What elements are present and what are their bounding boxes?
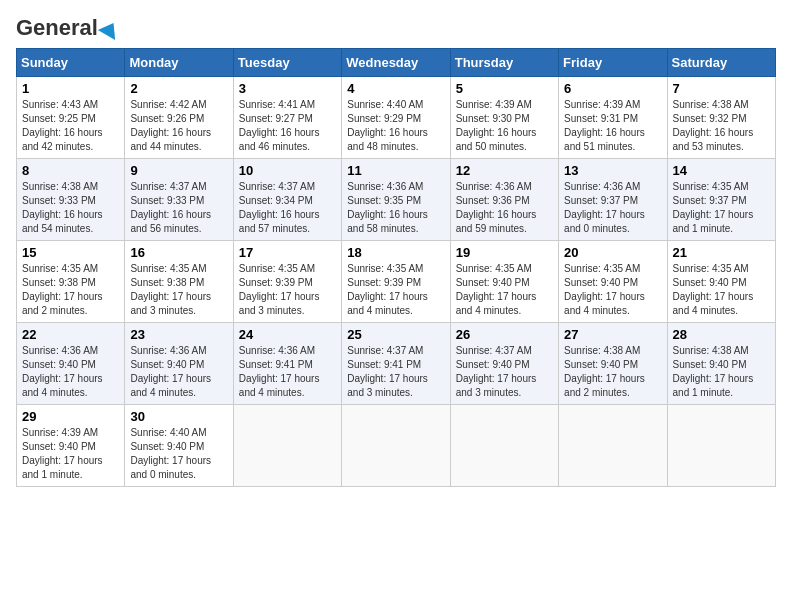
day-number: 24	[239, 327, 336, 342]
day-info: Sunrise: 4:35 AMSunset: 9:39 PMDaylight:…	[239, 262, 336, 318]
day-number: 7	[673, 81, 770, 96]
day-number: 2	[130, 81, 227, 96]
day-number: 28	[673, 327, 770, 342]
header-tuesday: Tuesday	[233, 49, 341, 77]
header-wednesday: Wednesday	[342, 49, 450, 77]
day-info: Sunrise: 4:35 AMSunset: 9:40 PMDaylight:…	[564, 262, 661, 318]
calendar-week-5: 29Sunrise: 4:39 AMSunset: 9:40 PMDayligh…	[17, 405, 776, 487]
day-number: 5	[456, 81, 553, 96]
calendar-day-26: 26Sunrise: 4:37 AMSunset: 9:40 PMDayligh…	[450, 323, 558, 405]
day-info: Sunrise: 4:35 AMSunset: 9:40 PMDaylight:…	[456, 262, 553, 318]
calendar-day-3: 3Sunrise: 4:41 AMSunset: 9:27 PMDaylight…	[233, 77, 341, 159]
day-info: Sunrise: 4:36 AMSunset: 9:41 PMDaylight:…	[239, 344, 336, 400]
calendar-day-8: 8Sunrise: 4:38 AMSunset: 9:33 PMDaylight…	[17, 159, 125, 241]
empty-cell	[450, 405, 558, 487]
day-number: 23	[130, 327, 227, 342]
day-info: Sunrise: 4:36 AMSunset: 9:36 PMDaylight:…	[456, 180, 553, 236]
day-number: 10	[239, 163, 336, 178]
day-info: Sunrise: 4:43 AMSunset: 9:25 PMDaylight:…	[22, 98, 119, 154]
day-number: 1	[22, 81, 119, 96]
calendar-day-2: 2Sunrise: 4:42 AMSunset: 9:26 PMDaylight…	[125, 77, 233, 159]
calendar-week-2: 8Sunrise: 4:38 AMSunset: 9:33 PMDaylight…	[17, 159, 776, 241]
day-number: 25	[347, 327, 444, 342]
day-number: 4	[347, 81, 444, 96]
calendar-day-10: 10Sunrise: 4:37 AMSunset: 9:34 PMDayligh…	[233, 159, 341, 241]
logo-triangle-icon	[98, 18, 122, 40]
calendar-day-29: 29Sunrise: 4:39 AMSunset: 9:40 PMDayligh…	[17, 405, 125, 487]
day-number: 8	[22, 163, 119, 178]
calendar-day-9: 9Sunrise: 4:37 AMSunset: 9:33 PMDaylight…	[125, 159, 233, 241]
calendar-day-22: 22Sunrise: 4:36 AMSunset: 9:40 PMDayligh…	[17, 323, 125, 405]
day-number: 15	[22, 245, 119, 260]
day-number: 13	[564, 163, 661, 178]
day-number: 21	[673, 245, 770, 260]
logo-general-text: General	[16, 16, 120, 40]
day-info: Sunrise: 4:36 AMSunset: 9:35 PMDaylight:…	[347, 180, 444, 236]
empty-cell	[233, 405, 341, 487]
day-info: Sunrise: 4:37 AMSunset: 9:41 PMDaylight:…	[347, 344, 444, 400]
day-number: 26	[456, 327, 553, 342]
calendar-day-28: 28Sunrise: 4:38 AMSunset: 9:40 PMDayligh…	[667, 323, 775, 405]
header-saturday: Saturday	[667, 49, 775, 77]
calendar-table: SundayMondayTuesdayWednesdayThursdayFrid…	[16, 48, 776, 487]
empty-cell	[342, 405, 450, 487]
day-info: Sunrise: 4:38 AMSunset: 9:32 PMDaylight:…	[673, 98, 770, 154]
calendar-day-23: 23Sunrise: 4:36 AMSunset: 9:40 PMDayligh…	[125, 323, 233, 405]
day-info: Sunrise: 4:40 AMSunset: 9:40 PMDaylight:…	[130, 426, 227, 482]
page-header: General	[16, 16, 776, 40]
day-info: Sunrise: 4:39 AMSunset: 9:30 PMDaylight:…	[456, 98, 553, 154]
calendar-week-1: 1Sunrise: 4:43 AMSunset: 9:25 PMDaylight…	[17, 77, 776, 159]
logo: General	[16, 16, 120, 40]
day-number: 17	[239, 245, 336, 260]
day-info: Sunrise: 4:35 AMSunset: 9:40 PMDaylight:…	[673, 262, 770, 318]
calendar-day-15: 15Sunrise: 4:35 AMSunset: 9:38 PMDayligh…	[17, 241, 125, 323]
day-number: 14	[673, 163, 770, 178]
calendar-day-4: 4Sunrise: 4:40 AMSunset: 9:29 PMDaylight…	[342, 77, 450, 159]
empty-cell	[667, 405, 775, 487]
calendar-day-19: 19Sunrise: 4:35 AMSunset: 9:40 PMDayligh…	[450, 241, 558, 323]
calendar-day-13: 13Sunrise: 4:36 AMSunset: 9:37 PMDayligh…	[559, 159, 667, 241]
calendar-day-6: 6Sunrise: 4:39 AMSunset: 9:31 PMDaylight…	[559, 77, 667, 159]
day-number: 12	[456, 163, 553, 178]
calendar-day-17: 17Sunrise: 4:35 AMSunset: 9:39 PMDayligh…	[233, 241, 341, 323]
day-info: Sunrise: 4:36 AMSunset: 9:40 PMDaylight:…	[130, 344, 227, 400]
day-info: Sunrise: 4:35 AMSunset: 9:37 PMDaylight:…	[673, 180, 770, 236]
header-friday: Friday	[559, 49, 667, 77]
calendar-day-7: 7Sunrise: 4:38 AMSunset: 9:32 PMDaylight…	[667, 77, 775, 159]
calendar-day-21: 21Sunrise: 4:35 AMSunset: 9:40 PMDayligh…	[667, 241, 775, 323]
calendar-day-11: 11Sunrise: 4:36 AMSunset: 9:35 PMDayligh…	[342, 159, 450, 241]
calendar-header-row: SundayMondayTuesdayWednesdayThursdayFrid…	[17, 49, 776, 77]
day-info: Sunrise: 4:37 AMSunset: 9:34 PMDaylight:…	[239, 180, 336, 236]
calendar-day-27: 27Sunrise: 4:38 AMSunset: 9:40 PMDayligh…	[559, 323, 667, 405]
day-info: Sunrise: 4:40 AMSunset: 9:29 PMDaylight:…	[347, 98, 444, 154]
day-number: 20	[564, 245, 661, 260]
day-info: Sunrise: 4:39 AMSunset: 9:40 PMDaylight:…	[22, 426, 119, 482]
day-info: Sunrise: 4:36 AMSunset: 9:40 PMDaylight:…	[22, 344, 119, 400]
calendar-day-24: 24Sunrise: 4:36 AMSunset: 9:41 PMDayligh…	[233, 323, 341, 405]
day-number: 6	[564, 81, 661, 96]
calendar-day-20: 20Sunrise: 4:35 AMSunset: 9:40 PMDayligh…	[559, 241, 667, 323]
day-info: Sunrise: 4:35 AMSunset: 9:38 PMDaylight:…	[130, 262, 227, 318]
calendar-week-3: 15Sunrise: 4:35 AMSunset: 9:38 PMDayligh…	[17, 241, 776, 323]
calendar-day-12: 12Sunrise: 4:36 AMSunset: 9:36 PMDayligh…	[450, 159, 558, 241]
calendar-day-5: 5Sunrise: 4:39 AMSunset: 9:30 PMDaylight…	[450, 77, 558, 159]
empty-cell	[559, 405, 667, 487]
day-info: Sunrise: 4:38 AMSunset: 9:40 PMDaylight:…	[673, 344, 770, 400]
day-info: Sunrise: 4:38 AMSunset: 9:40 PMDaylight:…	[564, 344, 661, 400]
header-sunday: Sunday	[17, 49, 125, 77]
day-number: 29	[22, 409, 119, 424]
day-number: 9	[130, 163, 227, 178]
calendar-day-14: 14Sunrise: 4:35 AMSunset: 9:37 PMDayligh…	[667, 159, 775, 241]
calendar-day-16: 16Sunrise: 4:35 AMSunset: 9:38 PMDayligh…	[125, 241, 233, 323]
calendar-day-25: 25Sunrise: 4:37 AMSunset: 9:41 PMDayligh…	[342, 323, 450, 405]
day-number: 3	[239, 81, 336, 96]
day-number: 11	[347, 163, 444, 178]
calendar-day-18: 18Sunrise: 4:35 AMSunset: 9:39 PMDayligh…	[342, 241, 450, 323]
day-number: 22	[22, 327, 119, 342]
header-thursday: Thursday	[450, 49, 558, 77]
calendar-day-1: 1Sunrise: 4:43 AMSunset: 9:25 PMDaylight…	[17, 77, 125, 159]
day-number: 30	[130, 409, 227, 424]
calendar-day-30: 30Sunrise: 4:40 AMSunset: 9:40 PMDayligh…	[125, 405, 233, 487]
day-info: Sunrise: 4:41 AMSunset: 9:27 PMDaylight:…	[239, 98, 336, 154]
day-info: Sunrise: 4:35 AMSunset: 9:38 PMDaylight:…	[22, 262, 119, 318]
